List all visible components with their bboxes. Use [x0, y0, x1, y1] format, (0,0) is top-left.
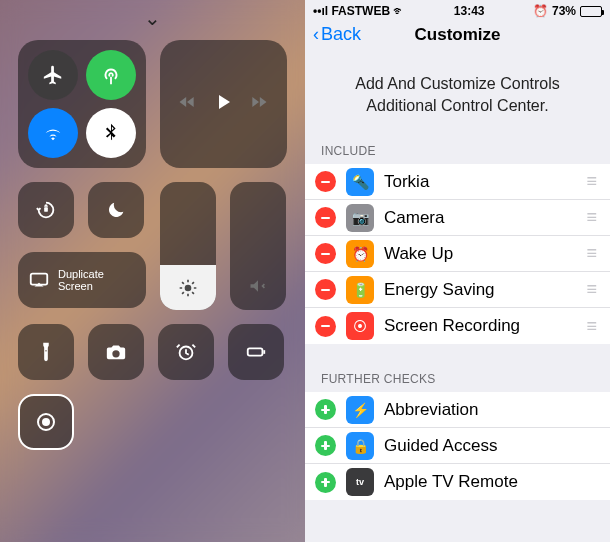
alarm-clock-icon [175, 341, 197, 363]
flashlight-button[interactable] [18, 324, 74, 380]
item-label: Abbreviation [384, 400, 598, 420]
bluetooth-toggle[interactable] [86, 108, 136, 158]
item-label: Screen Recording [384, 316, 576, 336]
play-icon[interactable] [211, 90, 235, 118]
remove-icon[interactable] [315, 171, 336, 192]
antenna-icon [100, 64, 122, 86]
orientation-lock-toggle[interactable] [18, 182, 74, 238]
add-icon[interactable] [315, 472, 336, 493]
screen-mirror-line1: Duplicate [58, 268, 104, 280]
back-button[interactable]: ‹ Back [313, 24, 361, 45]
app-icon: tv [346, 468, 374, 496]
battery-icon [245, 341, 267, 363]
alarm-button[interactable] [158, 324, 214, 380]
item-label: Wake Up [384, 244, 576, 264]
status-time: 13:43 [454, 4, 485, 18]
section-include-header: INCLUDE [305, 138, 610, 164]
add-icon[interactable] [315, 435, 336, 456]
battery-icon [580, 6, 602, 17]
item-label: Energy Saving [384, 280, 576, 300]
bluetooth-icon [100, 122, 122, 144]
section-further-header: FURTHER CHECKS [305, 366, 610, 392]
remove-icon[interactable] [315, 279, 336, 300]
control-center: ⌄ [0, 0, 305, 542]
include-list: 🔦 Torkia 📷 Camera ⏰ Wake Up 🔋 Energy Sav… [305, 164, 610, 344]
add-icon[interactable] [315, 399, 336, 420]
drag-handle-icon[interactable] [586, 171, 598, 192]
svg-line-8 [192, 292, 194, 294]
flashlight-icon [35, 341, 57, 363]
list-item[interactable]: 🔒 Guided Access [305, 428, 610, 464]
alarm-indicator-icon: ⏰ [533, 4, 548, 18]
app-icon: 🔦 [346, 168, 374, 196]
svg-line-9 [182, 292, 184, 294]
app-icon: ⦿ [346, 312, 374, 340]
remove-icon[interactable] [315, 207, 336, 228]
screen-record-button[interactable] [18, 394, 74, 450]
record-icon [37, 413, 55, 431]
sun-icon [178, 278, 198, 298]
svg-rect-0 [44, 207, 48, 212]
settings-screen: ••ıl FASTWEB ᯤ 13:43 ⏰ 73% ‹ Back Custom… [305, 0, 610, 542]
battery-percent: 73% [552, 4, 576, 18]
rewind-icon[interactable] [177, 92, 197, 116]
chevron-left-icon: ‹ [313, 24, 319, 45]
brightness-slider[interactable] [160, 182, 216, 310]
chevron-down-icon[interactable]: ⌄ [0, 0, 305, 30]
list-item[interactable]: ⏰ Wake Up [305, 236, 610, 272]
camera-icon [105, 341, 127, 363]
app-icon: 🔋 [346, 276, 374, 304]
wifi-icon [42, 122, 64, 144]
app-icon: 🔒 [346, 432, 374, 460]
status-right: ⏰ 73% [533, 4, 602, 18]
list-item[interactable]: ⚡ Abbreviation [305, 392, 610, 428]
app-icon: ⏰ [346, 240, 374, 268]
orientation-lock-icon [35, 199, 57, 221]
drag-handle-icon[interactable] [586, 316, 598, 337]
nav-bar: ‹ Back Customize [305, 18, 610, 55]
item-label: Guided Access [384, 436, 598, 456]
remove-icon[interactable] [315, 243, 336, 264]
volume-slider[interactable] [230, 182, 286, 310]
svg-rect-13 [263, 350, 265, 354]
further-list: ⚡ Abbreviation 🔒 Guided Access tv Apple … [305, 392, 610, 500]
moon-icon [105, 199, 127, 221]
list-item[interactable]: 🔦 Torkia [305, 164, 610, 200]
forward-icon[interactable] [249, 92, 269, 116]
list-item[interactable]: tv Apple TV Remote [305, 464, 610, 500]
airplane-icon [42, 64, 64, 86]
media-panel[interactable] [160, 40, 287, 168]
item-label: Camera [384, 208, 576, 228]
remove-icon[interactable] [315, 316, 336, 337]
svg-line-10 [192, 282, 194, 284]
do-not-disturb-toggle[interactable] [88, 182, 144, 238]
status-left: ••ıl FASTWEB ᯤ [313, 4, 405, 18]
list-item[interactable]: ⦿ Screen Recording [305, 308, 610, 344]
cellular-toggle[interactable] [86, 50, 136, 100]
list-item[interactable]: 🔋 Energy Saving [305, 272, 610, 308]
camera-button[interactable] [88, 324, 144, 380]
low-power-button[interactable] [228, 324, 284, 380]
screen-mirroring-button[interactable]: Duplicate Screen [18, 252, 146, 308]
connectivity-panel[interactable] [18, 40, 146, 168]
drag-handle-icon[interactable] [586, 243, 598, 264]
screen-mirror-icon [28, 269, 50, 291]
status-bar: ••ıl FASTWEB ᯤ 13:43 ⏰ 73% [305, 0, 610, 18]
svg-line-7 [182, 282, 184, 284]
app-icon: ⚡ [346, 396, 374, 424]
drag-handle-icon[interactable] [586, 279, 598, 300]
nav-title: Customize [415, 25, 501, 45]
app-icon: 📷 [346, 204, 374, 232]
svg-rect-12 [248, 348, 263, 355]
mute-icon [248, 276, 268, 300]
svg-point-2 [185, 284, 192, 291]
screen-mirror-line2: Screen [58, 280, 104, 292]
description-text: Add And Customize Controls Additional Co… [305, 55, 610, 138]
item-label: Apple TV Remote [384, 472, 598, 492]
airplane-mode-toggle[interactable] [28, 50, 78, 100]
item-label: Torkia [384, 172, 576, 192]
list-item[interactable]: 📷 Camera [305, 200, 610, 236]
wifi-toggle[interactable] [28, 108, 78, 158]
drag-handle-icon[interactable] [586, 207, 598, 228]
